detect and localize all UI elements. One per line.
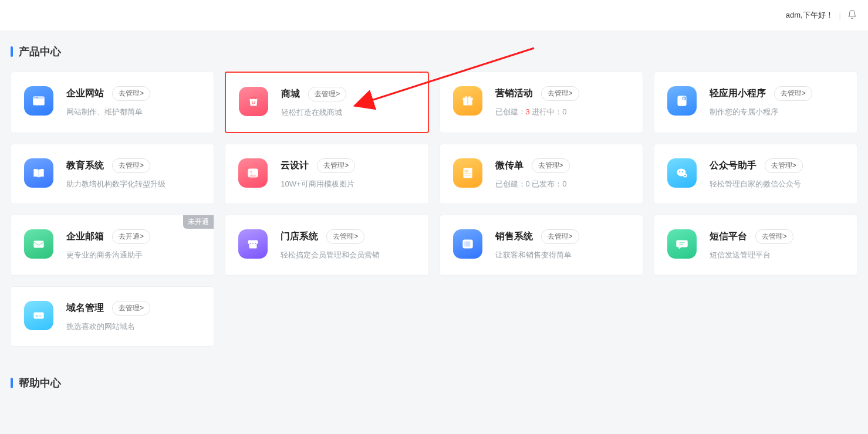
card-flyer[interactable]: 微传单 去管理> 已创建：0 已发布：0: [440, 144, 643, 204]
svg-rect-24: [249, 244, 257, 249]
svg-point-14: [250, 171, 252, 172]
svg-rect-15: [463, 168, 472, 178]
status-badge: 未开通: [183, 215, 214, 229]
svg-point-20: [679, 171, 680, 172]
svg-text:w.=: w.=: [35, 314, 42, 318]
card-sms[interactable]: 短信平台 去管理> 短信发送管理平台: [654, 215, 857, 275]
card-desc-stats: 已创建：0 已发布：0: [495, 179, 630, 189]
manage-button[interactable]: 去管理>: [317, 158, 355, 173]
svg-rect-16: [464, 170, 468, 172]
card-title: 企业邮箱: [66, 230, 104, 243]
chat-icon: [667, 229, 697, 259]
manage-button[interactable]: 去管理>: [112, 86, 150, 101]
card-site[interactable]: 企业网站 去管理> 网站制作、维护都简单: [11, 72, 214, 133]
mail-icon: [24, 229, 53, 259]
card-marketing[interactable]: 营销活动 去管理> 已创建：3 进行中：0: [440, 72, 643, 133]
svg-point-29: [464, 242, 465, 243]
card-desc: 助力教培机构数字化转型升级: [66, 179, 201, 189]
newspaper-icon: [453, 158, 482, 188]
manage-button[interactable]: 去管理>: [326, 229, 364, 244]
shopping-bag-icon: [239, 87, 268, 116]
wechat-icon: [667, 158, 697, 188]
card-desc: 轻松打造在线商城: [281, 107, 414, 118]
card-desc-stats: 已创建：3 进行中：0: [495, 107, 630, 117]
card-title: 营销活动: [495, 87, 533, 100]
manage-button[interactable]: 去管理>: [541, 86, 579, 101]
svg-rect-9: [467, 98, 468, 106]
gift-icon: [453, 86, 482, 116]
card-desc: 轻松管理自家的微信公众号: [710, 179, 844, 189]
greeting-text: adm,下午好！: [786, 10, 833, 21]
card-domain[interactable]: w.= 域名管理 去管理> 挑选喜欢的网站域名: [11, 286, 214, 347]
card-title: 域名管理: [66, 302, 104, 314]
browser-icon: [24, 86, 53, 116]
open-button[interactable]: 去开通>: [112, 229, 150, 244]
card-desc: 10W+可商用模板图片: [281, 179, 415, 189]
card-title: 短信平台: [710, 230, 747, 243]
manage-button[interactable]: 去管理>: [532, 158, 570, 173]
card-wxhelper[interactable]: 公众号助手 去管理> 轻松管理自家的微信公众号: [654, 144, 857, 204]
manage-button[interactable]: 去管理>: [541, 229, 579, 244]
manage-button[interactable]: 去管理>: [774, 86, 812, 101]
card-desc: 网站制作、维护都简单: [66, 107, 201, 117]
card-title: 微传单: [495, 160, 523, 172]
section-title-products: 产品中心: [11, 45, 857, 59]
card-miniapp[interactable]: 轻应用小程序 去管理> 制作您的专属小程序: [654, 72, 857, 133]
svg-point-2: [35, 97, 36, 99]
card-desc: 让获客和销售变得简单: [495, 250, 630, 260]
card-title: 云设计: [281, 160, 309, 172]
card-desc: 制作您的专属小程序: [710, 107, 844, 117]
main-content: 产品中心 企业网站 去管理> 网站制作、维护都简单 商城: [0, 30, 868, 426]
page-header: adm,下午好！ |: [0, 0, 868, 30]
card-title: 教育系统: [66, 160, 104, 172]
image-icon: [238, 158, 268, 188]
card-title: 企业网站: [66, 87, 104, 100]
svg-point-21: [682, 171, 683, 172]
section-title-label: 帮助中心: [19, 376, 61, 390]
book-icon: [24, 158, 53, 188]
manage-button[interactable]: 去管理>: [765, 158, 803, 173]
card-mall[interactable]: 商城 去管理> 轻松打造在线商城: [225, 72, 428, 133]
svg-point-31: [464, 246, 465, 247]
svg-point-4: [37, 97, 38, 99]
manage-button[interactable]: 去管理>: [308, 87, 346, 101]
list-icon: [453, 229, 482, 259]
card-desc: 挑选喜欢的网站域名: [66, 321, 201, 332]
card-edu[interactable]: 教育系统 去管理> 助力教培机构数字化转型升级: [11, 144, 214, 204]
card-sales[interactable]: 销售系统 去管理> 让获客和销售变得简单: [440, 215, 643, 275]
card-desc: 短信发送管理平台: [710, 250, 844, 260]
card-title: 商城: [281, 88, 300, 100]
separator: |: [839, 11, 841, 20]
card-mail[interactable]: 未开通 企业邮箱 去开通> 更专业的商务沟通助手: [11, 215, 214, 275]
domain-icon: w.=: [24, 301, 53, 330]
section-title-label: 产品中心: [19, 45, 61, 59]
bell-icon[interactable]: [847, 9, 857, 22]
card-title: 销售系统: [495, 230, 533, 243]
miniapp-icon: [667, 86, 697, 116]
card-title: 公众号助手: [710, 160, 756, 172]
manage-button[interactable]: 去管理>: [112, 301, 150, 316]
card-title: 门店系统: [281, 230, 318, 243]
card-store[interactable]: 门店系统 去管理> 轻松搞定会员管理和会员营销: [225, 215, 428, 275]
svg-point-3: [36, 97, 37, 99]
card-design[interactable]: 云设计 去管理> 10W+可商用模板图片: [225, 144, 428, 204]
card-title: 轻应用小程序: [710, 87, 766, 100]
card-desc: 更专业的商务沟通助手: [66, 250, 201, 260]
svg-point-5: [252, 101, 253, 103]
svg-rect-23: [33, 241, 43, 248]
store-icon: [238, 229, 268, 259]
section-title-help: 帮助中心: [11, 376, 857, 390]
svg-point-6: [254, 101, 255, 103]
card-desc: 轻松搞定会员管理和会员营销: [281, 250, 415, 260]
svg-point-30: [464, 244, 465, 245]
manage-button[interactable]: 去管理>: [755, 229, 793, 244]
product-grid: 企业网站 去管理> 网站制作、维护都简单 商城 去管理> 轻松打造在线商城: [11, 72, 857, 347]
manage-button[interactable]: 去管理>: [112, 158, 150, 173]
